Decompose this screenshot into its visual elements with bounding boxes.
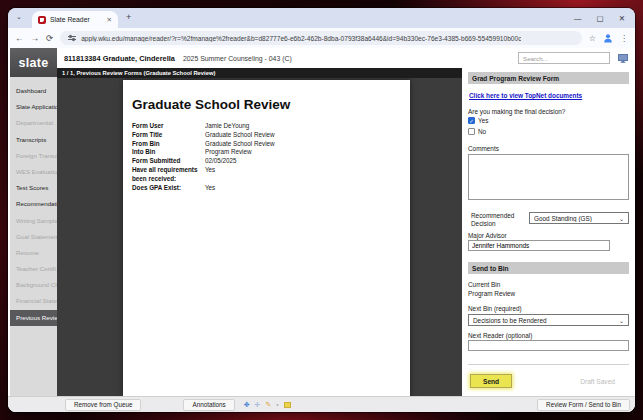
comments-label: Comments: [468, 145, 629, 152]
divider: [468, 364, 629, 365]
sidebar-item[interactable]: Recommendati...: [10, 196, 57, 212]
pan-tool-icon[interactable]: ✛: [255, 401, 261, 408]
close-button[interactable]: ✕: [619, 14, 625, 23]
chevron-down-icon: ⌄: [619, 317, 624, 324]
document-fields: Form UserJamie DeYoungForm TitleGraduate…: [132, 122, 400, 192]
forward-icon[interactable]: →: [31, 33, 40, 43]
field-value: Jamie DeYoung: [205, 122, 400, 131]
review-form-header: Grad Program Review Form: [468, 72, 629, 84]
document-field-row: Does GPA Exist:Yes: [132, 184, 400, 193]
new-tab-button[interactable]: +: [126, 12, 131, 22]
url-text: apply.wku.edu/manage/reader/?r=%2fmanage…: [81, 35, 521, 42]
checkbox-checked-icon[interactable]: ✓: [468, 117, 475, 124]
field-value: Graduate School Review: [205, 140, 400, 149]
document-field-row: Form Submitted02/05/2025: [132, 157, 400, 166]
field-value: Yes: [205, 184, 400, 193]
bookmark-star-icon[interactable]: ☆: [589, 34, 596, 43]
sidebar-item[interactable]: Writing Samples: [10, 213, 57, 229]
topnet-documents-link[interactable]: Click here to view TopNet documents: [469, 92, 582, 99]
checkbox-label: Yes: [478, 117, 488, 124]
send-button-row: Send Draft Saved: [468, 374, 629, 388]
document-viewer: 1 / 1, Previous Review Forms (Graduate S…: [57, 68, 462, 396]
chevron-down-icon[interactable]: ⌄: [16, 13, 22, 21]
sidebar-item[interactable]: Goal Statement: [10, 229, 57, 245]
next-bin-label: Next Bin (required): [468, 305, 629, 312]
sidebar-item[interactable]: Background Ch...: [10, 277, 57, 293]
url-bar[interactable]: apply.wku.edu/manage/reader/?r=%2fmanage…: [60, 31, 582, 45]
profile-avatar-icon[interactable]: [603, 33, 613, 43]
next-bin-value: Decisions to be Rendered: [473, 317, 547, 324]
reload-icon[interactable]: ⟳: [46, 33, 53, 43]
maximize-button[interactable]: ▢: [597, 14, 604, 23]
sidebar-item[interactable]: Transcripts: [10, 132, 57, 148]
review-panel: Grad Program Review Form Click here to v…: [462, 68, 635, 396]
sidebar-item[interactable]: Resume: [10, 245, 57, 261]
site-info-icon[interactable]: [68, 34, 76, 42]
field-label: From Bin: [132, 140, 205, 149]
student-name: 811813384 Graduate, Cinderella: [64, 54, 175, 63]
field-value: Program Review: [205, 148, 400, 157]
sidebar-item[interactable]: Foreign Transc...: [10, 148, 57, 164]
sticky-note-icon[interactable]: [284, 402, 291, 408]
program-label: 2025 Summer Counseling - 043 (C): [183, 55, 292, 62]
slate-logo[interactable]: slate: [10, 48, 57, 77]
field-label: Have all requirements been received:: [132, 166, 205, 184]
tab-close-icon[interactable]: ✕: [107, 16, 112, 24]
send-to-bin-header: Send to Bin: [468, 262, 629, 274]
field-value: 02/05/2025: [205, 157, 400, 166]
recommended-decision-row: Recommended Decision Good Standing (GS) …: [468, 212, 629, 227]
next-bin-select[interactable]: Decisions to be Rendered ⌄: [468, 314, 629, 326]
field-label: Into Bin: [132, 148, 205, 157]
field-label: Does GPA Exist:: [132, 184, 205, 193]
document-field-row: Form UserJamie DeYoung: [132, 122, 400, 131]
sidebar-item[interactable]: Previous Revie...: [10, 310, 57, 326]
document-field-row: Have all requirements been received:Yes: [132, 166, 400, 184]
browser-toolbar: ← → ⟳ apply.wku.edu/manage/reader/?r=%2f…: [8, 28, 635, 48]
major-advisor-label: Major Advisor: [468, 232, 629, 239]
sidebar-item[interactable]: Financial State...: [10, 293, 57, 309]
current-bin-label: Current Bin: [468, 281, 629, 289]
sidebar-item[interactable]: Dashboard: [10, 83, 57, 99]
checkbox-unchecked-icon[interactable]: [468, 128, 475, 135]
sidebar-item[interactable]: Test Scores: [10, 180, 57, 196]
chevron-down-icon: ⌄: [619, 215, 624, 222]
next-reader-label: Next Reader (optional): [468, 332, 629, 339]
minimize-button[interactable]: —: [574, 14, 582, 23]
field-label: Form User: [132, 122, 205, 131]
recommended-decision-select[interactable]: Good Standing (GS) ⌄: [529, 212, 629, 224]
field-label: Form Submitted: [132, 157, 205, 166]
viewer-canvas[interactable]: Graduate School Review Form UserJamie De…: [57, 78, 462, 396]
draft-saved-button: Draft Saved: [580, 378, 627, 385]
checkbox-option[interactable]: No: [468, 127, 629, 137]
send-button[interactable]: Send: [470, 374, 512, 388]
sidebar-item[interactable]: Teacher Certifi...: [10, 261, 57, 277]
field-label: Form Title: [132, 131, 205, 140]
tab-strip: ⌄ Slate Reader ✕ + — ▢ ✕: [8, 8, 635, 28]
move-tool-icon[interactable]: ✥: [244, 401, 250, 408]
annotations-button[interactable]: Annotations: [183, 399, 234, 411]
sidebar-item[interactable]: Departmental ...: [10, 115, 57, 131]
major-advisor-input[interactable]: [468, 240, 610, 251]
final-decision-question: Are you making the final decision?: [468, 108, 629, 115]
next-reader-input[interactable]: [468, 340, 629, 351]
app-header: 811813384 Graduate, Cinderella 2025 Summ…: [57, 48, 635, 68]
annotation-tools: ✥✛✎●: [244, 401, 279, 408]
comments-textarea[interactable]: [468, 154, 629, 200]
remove-from-queue-button[interactable]: Remove from Queue: [65, 399, 141, 411]
recommended-decision-label: Recommended Decision: [471, 212, 523, 227]
checkbox-label: No: [478, 128, 486, 135]
browser-tab[interactable]: Slate Reader ✕: [32, 11, 118, 28]
dot-tool-icon[interactable]: ●: [276, 401, 278, 408]
final-decision-options: ✓YesNo: [468, 116, 629, 136]
sidebar-item[interactable]: Slate Application: [10, 99, 57, 115]
display-icon[interactable]: [618, 54, 628, 63]
review-form-send-button[interactable]: Review Form / Send to Bin: [537, 399, 630, 411]
back-icon[interactable]: ←: [15, 33, 24, 43]
pencil-tool-icon[interactable]: ✎: [265, 401, 271, 408]
search-input[interactable]: [518, 52, 610, 64]
sidebar-nav: DashboardSlate ApplicationDepartmental .…: [10, 68, 57, 396]
slate-favicon-icon: [38, 16, 46, 24]
menu-dots-icon[interactable]: ⋮: [620, 34, 628, 43]
sidebar-item[interactable]: WES Evaluation: [10, 164, 57, 180]
checkbox-option[interactable]: ✓Yes: [468, 116, 629, 126]
